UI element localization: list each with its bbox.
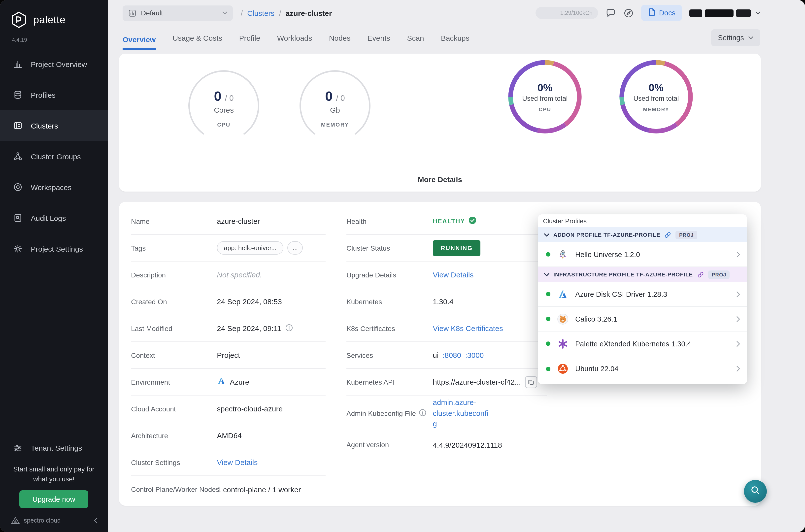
- cluster-tabs: Overview Usage & Costs Profile Workloads…: [122, 26, 469, 50]
- cpu-donut-label: CPU: [539, 106, 551, 112]
- sidebar-item-tenant-settings[interactable]: Tenant Settings: [0, 436, 108, 459]
- detail-row-admin-kubeconfig: Admin Kubeconfig File admin.azure-cluste…: [346, 396, 547, 431]
- project-selector-value: Default: [141, 9, 163, 17]
- redacted-account-block: [689, 9, 702, 17]
- field-label: K8s Certificates: [346, 324, 433, 332]
- addon-profile-section-header[interactable]: ADDON PROFILE TF-AZURE-PROFILE PROJ: [538, 227, 747, 242]
- sidebar-item-label: Project Settings: [31, 244, 83, 253]
- breadcrumb-current: azure-cluster: [286, 9, 332, 17]
- account-menu[interactable]: [689, 9, 760, 17]
- scope-badge: PROJ: [708, 270, 730, 279]
- status-dot: [546, 341, 550, 346]
- sidebar-item-audit-logs[interactable]: Audit Logs: [0, 203, 108, 233]
- tab-overview[interactable]: Overview: [122, 35, 156, 50]
- chat-icon[interactable]: [606, 8, 616, 18]
- view-k8s-certificates-link[interactable]: View K8s Certificates: [433, 324, 503, 332]
- status-dot: [546, 366, 550, 371]
- breadcrumb-separator: /: [241, 9, 243, 17]
- sidebar-item-cluster-groups[interactable]: Cluster Groups: [0, 141, 108, 172]
- profile-pack-row-calico[interactable]: Calico 3.26.1: [538, 307, 747, 331]
- cpu-unit: Cores: [214, 106, 234, 114]
- detail-row-cluster-status: Cluster Status RUNNING: [346, 235, 547, 262]
- workspaces-icon: [13, 182, 23, 192]
- palette-k8s-icon: [556, 337, 569, 350]
- info-icon[interactable]: [285, 324, 293, 333]
- details-right-column: Health HEALTHY Cluster Status RUNNING: [346, 208, 547, 506]
- tab-scan[interactable]: Scan: [407, 34, 424, 50]
- service-port-8080-link[interactable]: :8080: [442, 351, 461, 359]
- copy-icon[interactable]: [525, 376, 537, 388]
- field-label: Health: [346, 217, 433, 225]
- detail-row-description: Description Not specified.: [131, 262, 326, 288]
- field-value: AMD64: [217, 431, 242, 440]
- sidebar-menu: Project Overview Profiles Clusters Clust…: [0, 49, 108, 264]
- field-label: Cluster Status: [346, 244, 433, 252]
- field-value: 24 Sep 2024, 08:53: [217, 297, 282, 306]
- infrastructure-profile-section-header[interactable]: INFRASTRUCTURE PROFILE TF-AZURE-PROFILE …: [538, 267, 747, 282]
- cluster-settings-view-details-link[interactable]: View Details: [217, 458, 258, 467]
- status-dot: [546, 252, 550, 256]
- detail-row-context: Context Project: [131, 342, 326, 369]
- sidebar-item-label: Project Overview: [31, 60, 87, 68]
- tab-workloads[interactable]: Workloads: [277, 34, 312, 50]
- profile-pack-row-palette-extended-k8s[interactable]: Palette eXtended Kubernetes 1.30.4: [538, 331, 747, 356]
- admin-kubeconfig-link[interactable]: admin.azure-cluster.kubeconfig: [433, 397, 491, 430]
- field-value: Project: [217, 351, 240, 359]
- brand-name: palette: [33, 14, 65, 26]
- settings-button[interactable]: Settings: [711, 29, 760, 46]
- azure-icon: [556, 288, 569, 301]
- detail-row-cloud-account: Cloud Account spectro-cloud-azure: [131, 396, 326, 422]
- detail-row-last-modified: Last Modified 24 Sep 2024, 09:11: [131, 315, 326, 342]
- profile-pack-row-hello-universe[interactable]: Hello Universe 1.2.0: [538, 242, 747, 267]
- info-icon[interactable]: [419, 409, 426, 418]
- palette-logo-icon: [10, 11, 28, 29]
- chevron-right-icon: [736, 316, 740, 322]
- tab-events[interactable]: Events: [367, 34, 390, 50]
- topbar-actions: 1.29/100kCh Docs: [536, 5, 760, 21]
- detail-row-upgrade-details: Upgrade Details View Details: [346, 262, 547, 288]
- usage-meter[interactable]: 1.29/100kCh: [536, 7, 598, 19]
- tab-usage-costs[interactable]: Usage & Costs: [172, 34, 222, 50]
- upgrade-view-details-link[interactable]: View Details: [433, 270, 474, 279]
- more-tags-button[interactable]: ...: [287, 241, 303, 254]
- sidebar-item-workspaces[interactable]: Workspaces: [0, 172, 108, 203]
- field-label: Architecture: [131, 432, 217, 439]
- pack-name: Ubuntu 22.04: [575, 365, 618, 373]
- sidebar-item-clusters[interactable]: Clusters: [0, 110, 108, 141]
- breadcrumb: / Clusters / azure-cluster: [241, 9, 332, 17]
- scope-badge: PROJ: [676, 230, 697, 239]
- detail-row-k8s-certificates: K8s Certificates View K8s Certificates: [346, 315, 547, 342]
- tab-profile[interactable]: Profile: [239, 34, 260, 50]
- sidebar: palette 4.4.19 Project Overview Profiles: [0, 0, 108, 532]
- audit-logs-icon: [13, 213, 23, 223]
- sidebar-item-project-settings[interactable]: Project Settings: [0, 233, 108, 264]
- docs-button-label: Docs: [659, 9, 675, 17]
- more-details-button[interactable]: More Details: [418, 175, 462, 184]
- tab-nodes[interactable]: Nodes: [329, 34, 351, 50]
- compass-icon[interactable]: [624, 8, 634, 18]
- service-port-3000-link[interactable]: :3000: [465, 351, 484, 359]
- ubuntu-icon: [556, 362, 569, 375]
- help-search-fab[interactable]: [744, 480, 767, 503]
- profile-pack-row-ubuntu[interactable]: Ubuntu 22.04: [538, 356, 747, 381]
- field-label: Last Modified: [131, 324, 217, 332]
- upgrade-now-button[interactable]: Upgrade now: [20, 490, 88, 508]
- link-icon: [664, 231, 672, 239]
- memory-total-value: / 0: [336, 94, 345, 103]
- sidebar-item-project-overview[interactable]: Project Overview: [0, 49, 108, 79]
- chevron-down-icon: [544, 273, 550, 276]
- field-label: Created On: [131, 298, 217, 305]
- breadcrumb-clusters-link[interactable]: Clusters: [247, 9, 274, 17]
- project-selector[interactable]: Default: [122, 5, 233, 21]
- tag-pill: app: hello-univer...: [217, 241, 283, 254]
- palette-logo[interactable]: palette: [0, 0, 108, 29]
- document-icon: [648, 8, 655, 18]
- docs-button[interactable]: Docs: [641, 5, 682, 21]
- profile-pack-row-azure-disk-csi[interactable]: Azure Disk CSI Driver 1.28.3: [538, 282, 747, 307]
- cpu-total-value: / 0: [225, 94, 234, 103]
- tab-backups[interactable]: Backups: [441, 34, 469, 50]
- field-label: Name: [131, 217, 217, 225]
- collapse-sidebar-button[interactable]: [94, 518, 98, 524]
- chevron-down-icon: [748, 36, 753, 39]
- sidebar-item-profiles[interactable]: Profiles: [0, 79, 108, 110]
